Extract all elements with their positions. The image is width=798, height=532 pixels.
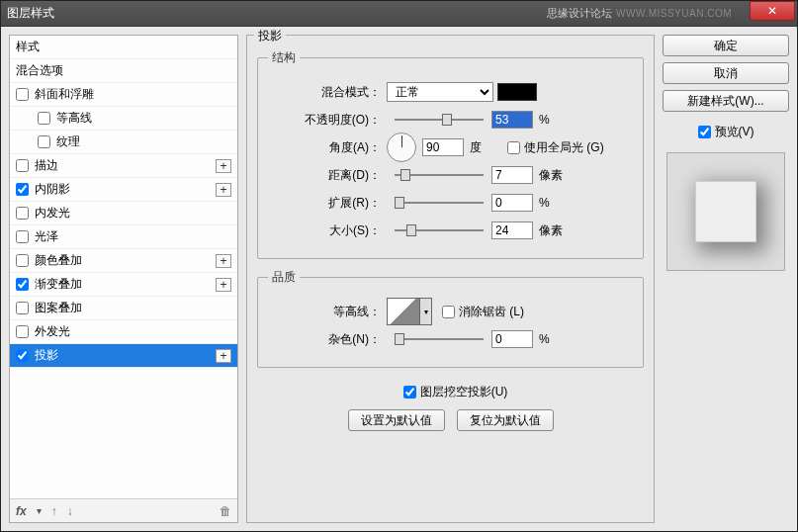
styles-header[interactable]: 样式: [10, 36, 237, 59]
spread-slider[interactable]: [395, 200, 484, 206]
opacity-slider[interactable]: [395, 117, 484, 123]
distance-label: 距离(D)：: [268, 167, 387, 184]
move-up-icon[interactable]: ↑: [51, 504, 57, 518]
style-item-label: 纹理: [56, 133, 80, 150]
structure-legend: 结构: [268, 49, 300, 66]
cancel-button[interactable]: 取消: [663, 62, 789, 84]
style-item-label: 内发光: [35, 205, 70, 222]
style-item-checkbox[interactable]: [16, 88, 29, 101]
angle-input[interactable]: [422, 138, 464, 156]
section-title: 投影: [254, 28, 286, 44]
style-item[interactable]: 颜色叠加+: [10, 249, 237, 273]
style-item-label: 图案叠加: [35, 300, 82, 316]
angle-dial[interactable]: [387, 133, 416, 162]
style-item-checkbox[interactable]: [16, 159, 29, 172]
style-item-checkbox[interactable]: [16, 325, 29, 338]
noise-unit: %: [539, 332, 567, 346]
move-down-icon[interactable]: ↓: [67, 504, 73, 518]
style-item-label: 内阴影: [35, 181, 70, 198]
noise-input[interactable]: [491, 330, 533, 348]
style-item-checkbox[interactable]: [16, 183, 29, 196]
style-item-checkbox[interactable]: [16, 278, 29, 291]
style-item-checkbox[interactable]: [16, 349, 29, 362]
angle-unit: 度: [470, 139, 497, 156]
size-slider[interactable]: [395, 227, 484, 233]
reset-default-button[interactable]: 复位为默认值: [457, 409, 554, 431]
styles-list: 样式 混合选项 斜面和浮雕等高线纹理描边+内阴影+内发光光泽颜色叠加+渐变叠加+…: [10, 36, 237, 498]
spread-unit: %: [539, 196, 567, 210]
global-light-cb[interactable]: [507, 141, 520, 154]
preview-box: [666, 152, 785, 271]
fx-menu-icon[interactable]: ▾: [37, 505, 42, 516]
style-item[interactable]: 纹理: [10, 131, 237, 154]
style-item[interactable]: 图案叠加: [10, 297, 237, 320]
preview-swatch: [695, 181, 756, 242]
contour-dropdown-icon[interactable]: ▾: [420, 298, 432, 325]
style-item[interactable]: 外发光: [10, 320, 237, 344]
close-button[interactable]: ✕: [750, 1, 795, 21]
distance-slider[interactable]: [395, 172, 484, 178]
make-default-button[interactable]: 设置为默认值: [348, 409, 445, 431]
styles-footer: fx ▾ ↑ ↓ 🗑: [10, 498, 237, 522]
style-item-label: 渐变叠加: [35, 276, 82, 293]
fx-icon[interactable]: fx: [16, 504, 27, 518]
ok-button[interactable]: 确定: [663, 35, 789, 56]
titlebar: 图层样式 思缘设计论坛 WWW.MISSYUAN.COM ✕: [1, 1, 797, 27]
antialias-checkbox[interactable]: 消除锯齿 (L): [442, 304, 524, 320]
structure-group: 结构 混合模式： 正常 不透明度(O)： %: [257, 49, 644, 259]
new-style-button[interactable]: 新建样式(W)...: [663, 90, 789, 112]
global-light-checkbox[interactable]: 使用全局光 (G): [507, 139, 604, 156]
noise-slider[interactable]: [395, 336, 484, 342]
style-item-label: 光泽: [35, 228, 58, 245]
add-effect-icon[interactable]: +: [216, 159, 231, 173]
add-effect-icon[interactable]: +: [216, 183, 231, 197]
add-effect-icon[interactable]: +: [216, 254, 231, 268]
add-effect-icon[interactable]: +: [216, 349, 231, 363]
shadow-color-swatch[interactable]: [497, 83, 537, 101]
antialias-cb[interactable]: [442, 306, 455, 318]
add-effect-icon[interactable]: +: [216, 278, 231, 292]
distance-unit: 像素: [539, 167, 567, 184]
layer-style-dialog: 图层样式 思缘设计论坛 WWW.MISSYUAN.COM ✕ 样式 混合选项 斜…: [0, 0, 798, 532]
quality-legend: 品质: [268, 269, 300, 286]
preview-cb[interactable]: [698, 126, 711, 138]
size-unit: 像素: [539, 222, 567, 239]
size-input[interactable]: [491, 222, 533, 239]
style-item-label: 描边: [35, 157, 58, 174]
spread-input[interactable]: [491, 194, 533, 212]
style-item[interactable]: 斜面和浮雕: [10, 83, 237, 107]
contour-swatch[interactable]: [387, 298, 420, 325]
trash-icon[interactable]: 🗑: [220, 504, 231, 518]
opacity-unit: %: [539, 113, 567, 127]
styles-header-label: 样式: [16, 39, 40, 55]
style-item[interactable]: 内阴影+: [10, 178, 237, 202]
style-item[interactable]: 渐变叠加+: [10, 273, 237, 297]
style-item-checkbox[interactable]: [38, 112, 50, 125]
blend-options-header[interactable]: 混合选项: [10, 59, 237, 83]
opacity-label: 不透明度(O)：: [268, 112, 387, 129]
knockout-checkbox[interactable]: 图层挖空投影(U): [403, 384, 508, 400]
preview-checkbox[interactable]: 预览(V): [663, 124, 789, 140]
spread-label: 扩展(R)：: [268, 195, 387, 212]
style-item[interactable]: 等高线: [10, 107, 237, 131]
style-item-label: 外发光: [35, 323, 70, 340]
blend-mode-select[interactable]: 正常: [387, 82, 493, 102]
knockout-cb[interactable]: [403, 386, 416, 399]
window-title: 图层样式: [7, 5, 547, 22]
style-item-checkbox[interactable]: [16, 302, 29, 314]
style-item-label: 颜色叠加: [35, 252, 82, 269]
style-item[interactable]: 描边+: [10, 154, 237, 178]
style-item[interactable]: 内发光: [10, 202, 237, 225]
style-item-checkbox[interactable]: [38, 135, 50, 148]
style-item[interactable]: 光泽: [10, 225, 237, 249]
close-icon: ✕: [767, 4, 777, 18]
style-item[interactable]: 投影+: [10, 344, 237, 368]
opacity-input[interactable]: [491, 111, 533, 129]
distance-input[interactable]: [491, 166, 533, 184]
style-item-checkbox[interactable]: [16, 230, 29, 243]
style-item-checkbox[interactable]: [16, 207, 29, 220]
style-item-checkbox[interactable]: [16, 254, 29, 267]
quality-group: 品质 等高线： ▾ 消除锯齿 (L) 杂色(N)：: [257, 269, 644, 368]
style-item-label: 等高线: [56, 110, 92, 127]
style-item-label: 斜面和浮雕: [35, 86, 94, 103]
